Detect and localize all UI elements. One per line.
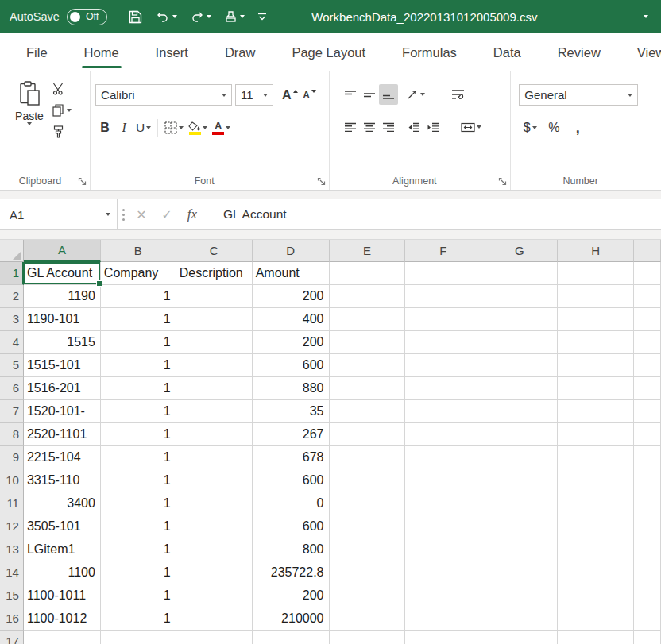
alignment-dialog-launcher[interactable] bbox=[498, 177, 507, 186]
title-caret-icon[interactable] bbox=[644, 15, 648, 18]
decrease-font-button[interactable]: A bbox=[300, 85, 319, 106]
undo-button[interactable] bbox=[156, 10, 177, 23]
cell-E14[interactable] bbox=[330, 561, 406, 584]
cell-H8[interactable] bbox=[558, 423, 634, 446]
cell-G10[interactable] bbox=[481, 469, 558, 492]
cell-D3[interactable]: 400 bbox=[253, 308, 330, 331]
cell-C5[interactable] bbox=[176, 354, 253, 377]
cell-D2[interactable]: 200 bbox=[253, 285, 330, 308]
cell-F8[interactable] bbox=[405, 423, 481, 446]
row-header-17[interactable]: 17 bbox=[0, 631, 24, 644]
tab-view[interactable]: View bbox=[619, 33, 661, 71]
cell-C12[interactable] bbox=[176, 515, 253, 538]
cell-I16[interactable] bbox=[634, 607, 661, 631]
row-header-11[interactable]: 11 bbox=[0, 492, 24, 515]
cell-C2[interactable] bbox=[176, 285, 253, 308]
row-header-13[interactable]: 13 bbox=[0, 538, 24, 561]
cell-E2[interactable] bbox=[330, 285, 406, 308]
cut-button[interactable] bbox=[52, 83, 72, 95]
cell-A16[interactable]: 1100-1012 bbox=[24, 607, 101, 631]
autosave-toggle[interactable]: Off bbox=[67, 9, 107, 25]
cell-A6[interactable]: 1516-201 bbox=[24, 377, 101, 400]
cell-F15[interactable] bbox=[405, 584, 481, 607]
cell-C17[interactable] bbox=[176, 631, 253, 644]
cell-I13[interactable] bbox=[634, 538, 661, 561]
merge-center-button[interactable] bbox=[458, 117, 484, 137]
cell-D7[interactable]: 35 bbox=[253, 400, 330, 423]
column-header-E[interactable]: E bbox=[330, 240, 406, 262]
select-all-corner[interactable] bbox=[0, 240, 24, 262]
row-header-6[interactable]: 6 bbox=[0, 377, 24, 400]
cell-C13[interactable] bbox=[176, 538, 253, 561]
cell-B1[interactable]: Company bbox=[101, 262, 176, 285]
tab-formulas[interactable]: Formulas bbox=[384, 33, 475, 71]
cell-G6[interactable] bbox=[481, 377, 558, 400]
row-header-9[interactable]: 9 bbox=[0, 446, 24, 469]
format-painter-button[interactable] bbox=[52, 125, 72, 138]
cell-G4[interactable] bbox=[481, 331, 558, 354]
row-header-1[interactable]: 1 bbox=[0, 262, 24, 285]
formula-input[interactable]: GL Account bbox=[209, 199, 661, 229]
cell-I14[interactable] bbox=[634, 561, 661, 584]
cell-E12[interactable] bbox=[330, 515, 406, 538]
save-button[interactable] bbox=[128, 10, 143, 25]
column-header-F[interactable]: F bbox=[405, 240, 481, 262]
cell-G12[interactable] bbox=[481, 515, 558, 538]
align-bottom-button[interactable] bbox=[379, 84, 398, 105]
cell-F7[interactable] bbox=[405, 400, 481, 423]
cell-C7[interactable] bbox=[176, 400, 253, 423]
undo-caret-icon[interactable] bbox=[172, 15, 177, 18]
cell-H2[interactable] bbox=[558, 285, 634, 308]
cell-C1[interactable]: Description bbox=[176, 262, 253, 285]
increase-indent-button[interactable] bbox=[423, 117, 443, 137]
cell-F4[interactable] bbox=[405, 331, 481, 354]
cell-G8[interactable] bbox=[481, 423, 558, 446]
cell-D17[interactable] bbox=[253, 631, 330, 644]
cell-H7[interactable] bbox=[558, 400, 634, 423]
cell-F2[interactable] bbox=[405, 285, 481, 308]
cell-D6[interactable]: 880 bbox=[253, 377, 330, 400]
row-header-4[interactable]: 4 bbox=[0, 331, 24, 354]
cell-D10[interactable]: 600 bbox=[253, 469, 330, 492]
cell-F11[interactable] bbox=[405, 492, 481, 515]
cell-G15[interactable] bbox=[481, 584, 558, 607]
cell-A11[interactable]: 3400 bbox=[24, 492, 101, 515]
cell-G16[interactable] bbox=[481, 607, 558, 631]
cell-A9[interactable]: 2215-104 bbox=[24, 446, 101, 469]
paste-button[interactable]: Paste bbox=[6, 81, 52, 138]
cell-H11[interactable] bbox=[558, 492, 634, 515]
cell-D14[interactable]: 235722.8 bbox=[253, 561, 330, 584]
cell-A10[interactable]: 3315-110 bbox=[24, 469, 101, 492]
cell-H16[interactable] bbox=[558, 607, 634, 631]
cell-C6[interactable] bbox=[176, 377, 253, 400]
column-header-C[interactable]: C bbox=[176, 240, 253, 262]
row-header-3[interactable]: 3 bbox=[0, 308, 24, 331]
row-header-10[interactable]: 10 bbox=[0, 469, 24, 492]
cell-A1[interactable]: GL Account bbox=[24, 262, 101, 285]
row-header-14[interactable]: 14 bbox=[0, 561, 24, 584]
cell-E15[interactable] bbox=[330, 584, 406, 607]
cell-E16[interactable] bbox=[330, 607, 406, 631]
cell-G3[interactable] bbox=[481, 308, 558, 331]
cell-B5[interactable]: 1 bbox=[101, 354, 176, 377]
cell-C3[interactable] bbox=[176, 308, 253, 331]
cell-I7[interactable] bbox=[634, 400, 661, 423]
column-header-A[interactable]: A bbox=[24, 240, 101, 262]
cell-E10[interactable] bbox=[330, 469, 406, 492]
cell-H12[interactable] bbox=[558, 515, 634, 538]
cell-F10[interactable] bbox=[405, 469, 481, 492]
column-header-G[interactable]: G bbox=[481, 240, 558, 262]
cell-B13[interactable]: 1 bbox=[101, 538, 176, 561]
cell-I11[interactable] bbox=[634, 492, 661, 515]
cell-B6[interactable]: 1 bbox=[101, 377, 176, 400]
cell-G11[interactable] bbox=[481, 492, 558, 515]
cell-F12[interactable] bbox=[405, 515, 481, 538]
cell-B10[interactable]: 1 bbox=[101, 469, 176, 492]
cell-I17[interactable] bbox=[634, 631, 661, 644]
cell-A15[interactable]: 1100-1011 bbox=[24, 584, 101, 607]
wrap-text-button[interactable] bbox=[448, 84, 467, 105]
cell-G7[interactable] bbox=[481, 400, 558, 423]
cell-B17[interactable] bbox=[101, 631, 176, 644]
row-header-12[interactable]: 12 bbox=[0, 515, 24, 538]
cell-D8[interactable]: 267 bbox=[253, 423, 330, 446]
